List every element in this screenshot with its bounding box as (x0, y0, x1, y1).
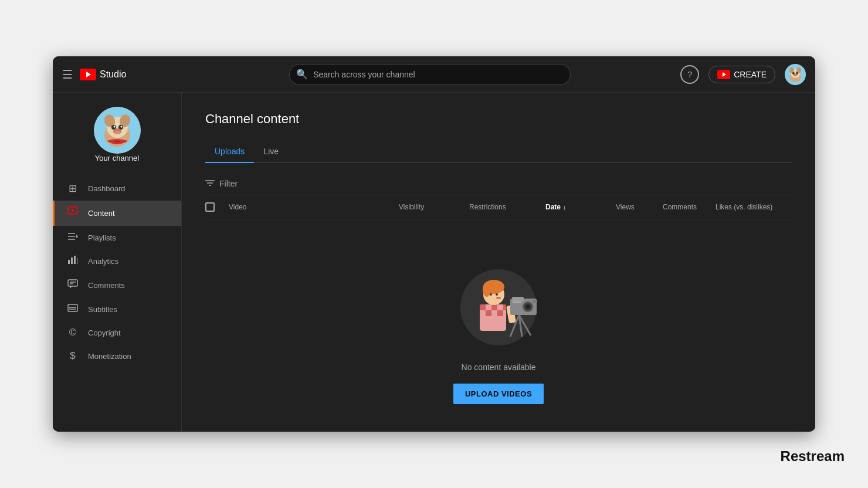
svg-rect-63 (533, 300, 537, 303)
upload-videos-button[interactable]: UPLOAD VIDEOS (453, 384, 544, 404)
sidebar-item-playlists[interactable]: Playlists (53, 226, 181, 249)
avatar-image (785, 64, 806, 85)
sidebar: Your channel ⊞ Dashboard Content (53, 93, 182, 432)
svg-point-62 (526, 305, 530, 309)
filter-label[interactable]: Filter (219, 179, 238, 188)
sidebar-item-subtitles[interactable]: Subtitles (53, 297, 181, 321)
tab-live[interactable]: Live (254, 141, 288, 163)
main-area: Your channel ⊞ Dashboard Content (53, 93, 815, 432)
help-button[interactable]: ? (680, 65, 699, 84)
comments-icon (67, 279, 79, 292)
svg-point-16 (120, 126, 122, 128)
svg-rect-47 (486, 310, 491, 316)
youtube-logo[interactable]: Studio (80, 69, 126, 80)
svg-point-54 (490, 293, 492, 296)
dashboard-icon: ⊞ (67, 182, 79, 195)
svg-rect-29 (68, 280, 77, 286)
svg-point-56 (496, 297, 501, 299)
sidebar-label-dashboard: Dashboard (88, 184, 126, 193)
svg-rect-59 (512, 297, 524, 301)
analytics-icon (67, 255, 79, 267)
top-bar-left: ☰ Studio (62, 67, 179, 82)
select-all-checkbox[interactable] (205, 202, 229, 212)
search-bar: 🔍 (189, 64, 671, 85)
svg-point-7 (794, 74, 797, 76)
filter-icon (205, 178, 215, 189)
svg-rect-28 (77, 258, 77, 264)
svg-rect-25 (68, 260, 70, 264)
empty-state: No content available UPLOAD VIDEOS (205, 219, 792, 432)
empty-illustration (452, 255, 545, 348)
content-tabs: Uploads Live (205, 141, 792, 163)
sidebar-item-monetization[interactable]: $ Monetization (53, 344, 181, 368)
copyright-icon: © (67, 327, 79, 338)
comments-column-header: Comments (663, 203, 716, 211)
svg-marker-24 (76, 235, 78, 238)
sidebar-item-comments[interactable]: Comments (53, 273, 181, 297)
restrictions-column-header: Restrictions (469, 203, 545, 211)
youtube-logo-icon (80, 69, 96, 80)
svg-rect-27 (74, 256, 76, 264)
svg-point-15 (113, 126, 115, 128)
sidebar-label-copyright: Copyright (88, 328, 121, 337)
create-label: CREATE (734, 70, 767, 79)
svg-rect-44 (497, 304, 503, 310)
likes-column-header: Likes (vs. dislikes) (716, 203, 792, 211)
table-header: Video Visibility Restrictions Date ↓ Vie… (205, 195, 792, 219)
restream-watermark: Restream (781, 448, 845, 465)
filter-row: Filter (205, 172, 792, 195)
svg-rect-45 (503, 304, 506, 310)
top-nav-bar: ☰ Studio 🔍 ? CREATE (53, 56, 815, 93)
svg-rect-46 (480, 310, 486, 316)
date-column-header[interactable]: Date ↓ (545, 203, 616, 211)
search-wrapper: 🔍 (289, 64, 571, 85)
channel-avatar[interactable] (94, 107, 141, 154)
hamburger-menu-icon[interactable]: ☰ (62, 67, 73, 82)
visibility-column-header: Visibility (399, 203, 469, 211)
sidebar-label-monetization: Monetization (88, 352, 131, 361)
video-column-header: Video (229, 203, 399, 211)
svg-rect-41 (480, 304, 486, 310)
no-content-text: No content available (462, 362, 536, 372)
create-button[interactable]: CREATE (708, 66, 775, 83)
search-icon: 🔍 (296, 69, 308, 80)
sidebar-label-playlists: Playlists (88, 233, 116, 242)
svg-point-55 (496, 293, 498, 296)
create-video-icon (717, 70, 730, 79)
channel-avatar-image (94, 107, 141, 154)
svg-rect-48 (491, 310, 497, 316)
sidebar-label-content: Content (88, 209, 115, 218)
svg-rect-33 (68, 304, 77, 311)
svg-point-18 (114, 131, 120, 134)
studio-text: Studio (100, 69, 126, 80)
sidebar-item-copyright[interactable]: © Copyright (53, 321, 181, 344)
sidebar-label-analytics: Analytics (88, 257, 118, 266)
svg-rect-49 (497, 310, 503, 316)
sidebar-item-content[interactable]: Content (53, 201, 181, 226)
playlists-icon (67, 232, 79, 243)
search-input[interactable] (289, 64, 571, 85)
channel-name: Your channel (95, 154, 139, 162)
subtitles-icon (67, 303, 79, 315)
sidebar-label-subtitles: Subtitles (88, 305, 117, 314)
sidebar-nav: ⊞ Dashboard Content (53, 177, 181, 368)
monetization-icon: $ (67, 350, 79, 362)
content-area: Channel content Uploads Live Filter (182, 93, 815, 432)
sidebar-item-dashboard[interactable]: ⊞ Dashboard (53, 177, 181, 201)
svg-rect-50 (503, 310, 506, 316)
svg-rect-43 (491, 304, 497, 310)
svg-point-53 (483, 283, 491, 297)
channel-profile: Your channel (53, 102, 181, 177)
views-column-header: Views (616, 203, 663, 211)
sort-arrow-icon: ↓ (563, 204, 567, 211)
svg-marker-20 (72, 209, 75, 212)
svg-rect-26 (71, 257, 73, 264)
user-avatar[interactable] (785, 64, 806, 85)
svg-rect-42 (486, 304, 491, 310)
sidebar-item-analytics[interactable]: Analytics (53, 249, 181, 273)
date-label: Date (545, 203, 561, 211)
sidebar-label-comments: Comments (88, 281, 125, 290)
tab-uploads[interactable]: Uploads (205, 141, 254, 163)
page-title: Channel content (205, 111, 792, 127)
top-bar-right: ? CREATE (680, 64, 806, 85)
